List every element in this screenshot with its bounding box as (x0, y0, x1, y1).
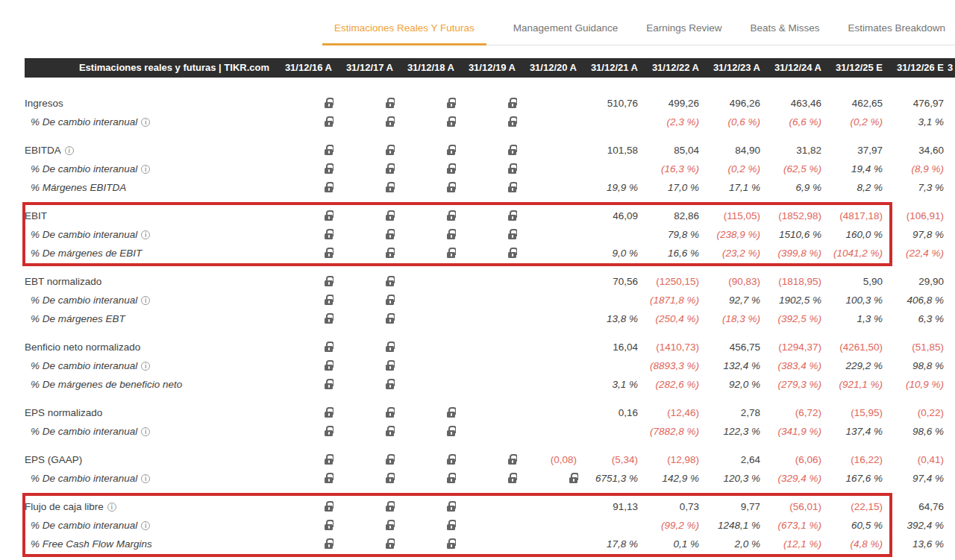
info-icon[interactable]: i (141, 230, 150, 239)
value-cell (517, 516, 578, 535)
lock-icon (446, 229, 456, 239)
value-cell (272, 160, 334, 178)
lock-icon (385, 407, 395, 418)
table-header-row: Estimaciones reales y futuras | TIKR.com… (25, 58, 955, 78)
value-cell: 462,65 (823, 94, 884, 113)
value-cell: (0,2 %) (701, 160, 762, 178)
value-cell (272, 356, 334, 375)
value-cell: (1294,37) (762, 338, 823, 356)
row-label: Benficio neto normalizado (25, 338, 272, 356)
info-icon[interactable]: i (141, 118, 150, 127)
table-row: EPS normalizado0,16(12,46)2,78(6,72)(15,… (25, 403, 955, 422)
value-cell (395, 375, 456, 394)
value-cell (395, 141, 456, 160)
value-cell: 29,90 (884, 272, 945, 291)
row-label: % De cambio interanuali (25, 356, 272, 375)
row-label: % De cambio interanuali (25, 291, 272, 309)
value-cell: 2,64 (701, 450, 762, 469)
table-row: % Free Cash Flow Margins17,8 %0,1 %2,0 %… (25, 535, 955, 553)
lock-icon (446, 426, 456, 436)
value-cell: 0,73 (639, 497, 701, 516)
tab-beats-and-misses[interactable]: Beats & Misses (748, 20, 821, 45)
info-icon[interactable]: i (141, 362, 150, 371)
value-cell (395, 207, 456, 225)
value-cell (517, 244, 578, 262)
lock-icon (507, 210, 517, 221)
value-cell (272, 450, 334, 469)
lock-icon (324, 407, 334, 418)
value-cell: 98,8 % (884, 356, 945, 375)
info-icon[interactable]: i (141, 521, 150, 530)
column-header-10: 31/12/26 E (884, 58, 945, 78)
info-icon[interactable]: i (141, 474, 150, 483)
lock-icon (446, 538, 456, 549)
value-cell (456, 469, 517, 488)
tab-management-guidance[interactable]: Management Guidance (512, 20, 619, 45)
value-cell: (4261,50) (823, 338, 884, 356)
value-cell (334, 422, 395, 441)
value-cell (517, 291, 578, 309)
tab-estimaciones-reales-y-futuras[interactable]: Estimaciones Reales Y Futuras (322, 20, 486, 45)
value-cell: (56,01) (762, 497, 823, 516)
value-cell (272, 338, 334, 356)
value-cell (945, 375, 955, 394)
lock-icon (324, 210, 334, 221)
value-cell (395, 225, 456, 244)
value-cell (945, 535, 955, 553)
info-icon[interactable]: i (141, 296, 150, 305)
lock-icon (385, 210, 395, 221)
lock-icon (385, 342, 395, 352)
tab-earnings-review[interactable]: Earnings Review (645, 20, 723, 45)
lock-icon (324, 295, 334, 305)
value-cell (272, 244, 334, 262)
value-cell (334, 516, 395, 535)
value-cell: 229,2 % (823, 356, 884, 375)
value-cell: (0,2 %) (823, 113, 884, 131)
lock-icon (385, 145, 395, 155)
lock-icon (507, 145, 517, 155)
row-label: EPS (GAAP) (25, 450, 272, 469)
group-ebitda: EBITDAi101,5885,0484,9031,8237,9734,60% … (25, 141, 955, 197)
value-cell (334, 450, 395, 469)
spacer (25, 131, 955, 141)
table-row: % De cambio interanuali(2,3 %)(0,6 %)(6,… (25, 113, 955, 131)
value-cell: 64,76 (884, 497, 945, 516)
info-icon[interactable]: i (107, 503, 116, 512)
lock-icon (324, 248, 334, 258)
table-row: EBT normalizado70,56(1250,15)(90,83)(181… (25, 272, 955, 291)
value-cell: 406,8 % (884, 291, 945, 309)
lock-icon (324, 163, 334, 174)
value-cell (272, 309, 334, 328)
column-header-9: 31/12/25 E (823, 58, 884, 78)
value-cell (945, 516, 955, 535)
spacer-row (25, 262, 955, 272)
value-cell: (23,2 %) (701, 244, 762, 262)
info-icon[interactable]: i (65, 146, 74, 155)
value-cell (395, 94, 456, 113)
info-icon[interactable]: i (141, 165, 150, 174)
lock-icon (507, 229, 517, 239)
lock-icon (507, 163, 517, 174)
value-cell: (383,4 %) (762, 356, 823, 375)
value-cell (395, 422, 456, 441)
lock-icon (324, 473, 334, 483)
value-cell: (12,46) (639, 403, 701, 422)
value-cell: 3,1 % (578, 375, 639, 394)
value-cell: 84,90 (701, 141, 762, 160)
value-cell (395, 113, 456, 131)
value-cell: (22,4 %) (884, 244, 945, 262)
group-ebt-normalizado: EBT normalizado70,56(1250,15)(90,83)(181… (25, 272, 955, 328)
value-cell (272, 403, 334, 422)
value-cell: 13,6 % (884, 535, 945, 553)
value-cell (395, 450, 456, 469)
value-cell: (99,2 %) (639, 516, 701, 535)
tab-estimates-breakdown[interactable]: Estimates Breakdown (847, 20, 948, 45)
info-icon[interactable]: i (141, 427, 150, 436)
value-cell (456, 178, 517, 197)
lock-icon (569, 473, 578, 483)
value-cell: 17,1 % (701, 178, 762, 197)
value-cell (334, 272, 395, 291)
column-header-3: 31/12/19 A (456, 58, 517, 78)
value-cell: 31,82 (762, 141, 823, 160)
value-cell: 456,75 (701, 338, 762, 356)
